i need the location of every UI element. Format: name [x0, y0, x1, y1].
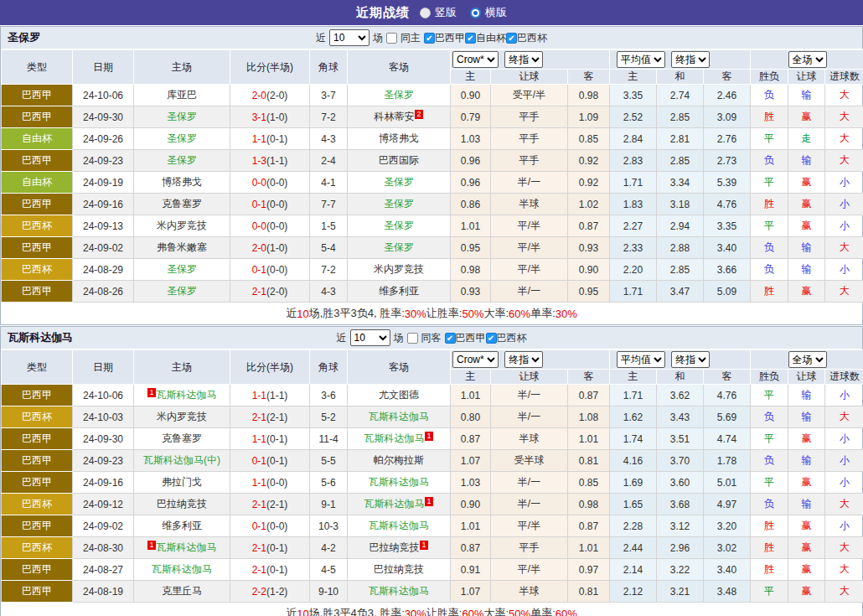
fulltime-score[interactable]: 0-0 — [252, 177, 266, 189]
fulltime-score[interactable]: 1-1 — [252, 477, 266, 489]
away-team: 帕尔梅拉斯 — [348, 450, 451, 472]
halftime-score: (2-1) — [266, 412, 287, 423]
fulltime-score[interactable]: 2-1 — [252, 499, 266, 510]
same-venue-checkbox[interactable] — [407, 333, 418, 344]
team-link[interactable]: 科林蒂安 — [374, 111, 414, 122]
match-date: 24-08-29 — [73, 259, 134, 281]
team-link[interactable]: 圣保罗 — [167, 111, 197, 122]
radio-horizontal-icon[interactable] — [470, 8, 481, 18]
corner-count: 7-2 — [310, 259, 348, 281]
team-link[interactable]: 米内罗竞技 — [157, 220, 207, 231]
fulltime-score[interactable]: 3-1 — [252, 111, 266, 123]
fulltime-score[interactable]: 2-2 — [252, 586, 266, 598]
team-link[interactable]: 瓦斯科达伽马(中) — [143, 454, 220, 466]
bookmaker-select[interactable]: Crow* — [452, 351, 499, 368]
league-checkbox[interactable]: ✔ — [424, 33, 435, 44]
fulltime-score[interactable]: 2-0 — [252, 90, 266, 101]
team-link[interactable]: 维多利亚 — [162, 520, 202, 531]
average-stage-select[interactable]: 终指 — [671, 351, 710, 368]
team-link[interactable]: 圣保罗 — [167, 285, 197, 297]
fulltime-score[interactable]: 1-1 — [252, 390, 266, 401]
team-link[interactable]: 巴拉纳竞技 — [374, 563, 424, 575]
average-select[interactable]: 平均值 — [617, 51, 665, 68]
radio-option-vertical[interactable]: 竖版 — [420, 5, 457, 20]
away-team: 瓦斯科达伽马1 — [348, 428, 451, 450]
team-link[interactable]: 圣保罗 — [167, 132, 197, 144]
corner-count: 10-3 — [310, 515, 348, 537]
team-link[interactable]: 巴西国际 — [379, 154, 419, 166]
team-link[interactable]: 瓦斯科达伽马 — [157, 389, 217, 401]
team-link[interactable]: 圣保罗 — [384, 176, 414, 188]
fulltime-score[interactable]: 0-1 — [252, 199, 266, 210]
team-link[interactable]: 瓦斯科达伽马 — [364, 432, 424, 444]
team-link[interactable]: 瓦斯科达伽马 — [152, 563, 212, 575]
team-link[interactable]: 克鲁塞罗 — [162, 198, 202, 210]
average-select[interactable]: 平均值 — [617, 351, 665, 368]
fulltime-score[interactable]: 1-3 — [252, 155, 266, 167]
team-link[interactable]: 米内罗竞技 — [374, 263, 424, 275]
fulltime-score[interactable]: 0-1 — [252, 264, 266, 276]
team-link[interactable]: 弗鲁米嫩塞 — [157, 241, 207, 253]
team-link[interactable]: 巴拉纳竞技 — [369, 541, 419, 553]
corner-count: 3-6 — [310, 385, 348, 406]
fulltime-score[interactable]: 1-1 — [252, 433, 266, 445]
fulltime-score[interactable]: 0-1 — [252, 455, 266, 467]
odds-stage-select[interactable]: 终指 — [504, 351, 543, 368]
team-link[interactable]: 瓦斯科达伽马 — [364, 498, 424, 510]
team-link[interactable]: 圣保罗 — [384, 241, 414, 253]
team-link[interactable]: 帕尔梅拉斯 — [374, 454, 424, 466]
summary-stat-value: 30% — [405, 608, 426, 616]
team-link[interactable]: 库亚巴 — [167, 89, 197, 101]
match-date: 24-10-06 — [73, 385, 134, 406]
league-checkbox[interactable]: ✔ — [486, 333, 497, 344]
team-link[interactable]: 瓦斯科达伽马 — [369, 520, 429, 531]
team-link[interactable]: 瓦斯科达伽马 — [369, 476, 429, 488]
league-checkbox[interactable]: ✔ — [506, 33, 517, 44]
team-link[interactable]: 克里丘马 — [162, 585, 202, 597]
team-link[interactable]: 维多利亚 — [379, 285, 419, 297]
fulltime-score[interactable]: 2-1 — [252, 564, 266, 576]
team-link[interactable]: 圣保罗 — [167, 263, 197, 275]
team-link[interactable]: 弗拉门戈 — [162, 476, 202, 488]
league-checkbox[interactable]: ✔ — [445, 333, 456, 344]
fulltime-score[interactable]: 1-1 — [252, 133, 266, 145]
team-link[interactable]: 瓦斯科达伽马 — [369, 411, 429, 422]
team-link[interactable]: 克鲁塞罗 — [162, 432, 202, 444]
corner-count: 1-5 — [310, 215, 348, 237]
team-link[interactable]: 圣保罗 — [167, 154, 197, 166]
team-link[interactable]: 尤文图德 — [379, 389, 419, 401]
team-link[interactable]: 米内罗竞技 — [157, 411, 207, 422]
team-link[interactable]: 瓦斯科达伽马 — [157, 541, 217, 553]
average-stage-select[interactable]: 终指 — [671, 51, 710, 68]
radio-vertical-icon[interactable] — [420, 8, 431, 18]
avg-draw: 3.34 — [657, 172, 704, 194]
odds-stage-select[interactable]: 终指 — [504, 51, 543, 68]
team-link[interactable]: 巴拉纳竞技 — [157, 498, 207, 510]
halftime-score: (0-0) — [266, 477, 287, 489]
team-link[interactable]: 博塔弗戈 — [162, 176, 202, 188]
match-count-select[interactable]: 10 — [329, 29, 369, 46]
fulltime-score[interactable]: 0-1 — [252, 520, 266, 532]
radio-option-horizontal[interactable]: 横版 — [470, 5, 507, 20]
fulltime-score[interactable]: 2-1 — [252, 286, 266, 298]
team-link[interactable]: 圣保罗 — [384, 220, 414, 231]
match-date: 24-08-19 — [73, 581, 134, 603]
score-cell: 0-0(0-0) — [230, 215, 310, 237]
result-goals: 大 — [825, 85, 863, 106]
team-link[interactable]: 瓦斯科达伽马 — [369, 585, 429, 597]
bookmaker-select[interactable]: Crow* — [452, 51, 499, 68]
fulltime-score[interactable]: 0-0 — [252, 220, 266, 232]
odds-away: 1.01 — [568, 537, 610, 559]
fulltime-score[interactable]: 2-1 — [252, 412, 266, 423]
fulltime-select[interactable]: 全场 — [788, 51, 827, 68]
fulltime-score[interactable]: 2-0 — [252, 242, 266, 254]
league-checkbox[interactable]: ✔ — [465, 33, 476, 44]
team-link[interactable]: 圣保罗 — [384, 89, 414, 101]
fulltime-score[interactable]: 2-1 — [252, 542, 266, 554]
team-link[interactable]: 圣保罗 — [384, 198, 414, 210]
team-link[interactable]: 博塔弗戈 — [379, 132, 419, 144]
fulltime-select[interactable]: 全场 — [788, 351, 827, 368]
same-venue-checkbox[interactable] — [386, 33, 397, 44]
match-count-select[interactable]: 10 — [350, 329, 390, 346]
near-label: 近 — [316, 31, 326, 45]
